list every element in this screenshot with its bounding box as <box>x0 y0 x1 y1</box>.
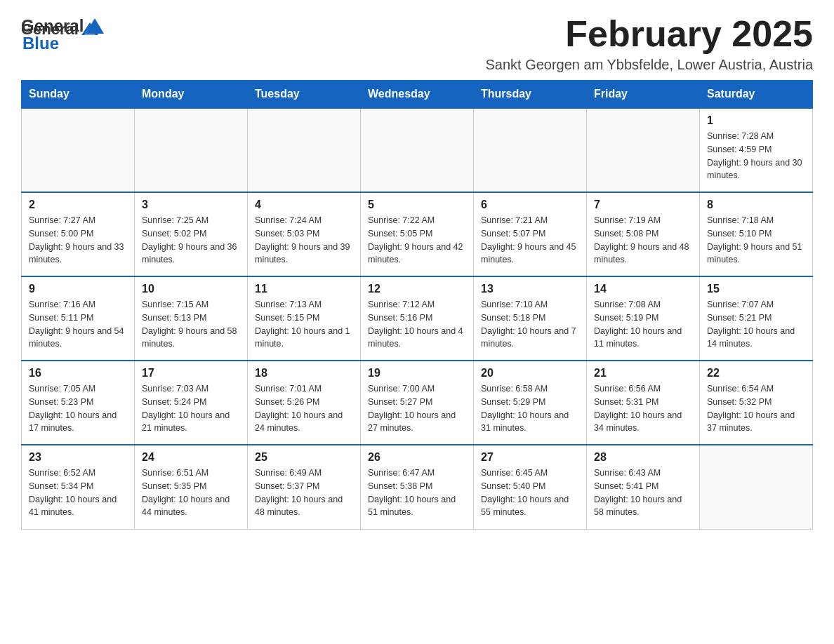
day-number: 13 <box>481 283 579 295</box>
logo-triangle-icon <box>84 17 105 35</box>
day-info: Sunrise: 7:21 AM Sunset: 5:07 PM Dayligh… <box>481 214 579 267</box>
day-info: Sunrise: 7:00 AM Sunset: 5:27 PM Dayligh… <box>368 382 466 435</box>
calendar-cell: 1Sunrise: 7:28 AM Sunset: 4:59 PM Daylig… <box>700 108 813 192</box>
day-number: 2 <box>29 199 127 211</box>
day-info: Sunrise: 6:51 AM Sunset: 5:35 PM Dayligh… <box>142 467 240 519</box>
day-number: 24 <box>142 451 240 464</box>
day-number: 14 <box>594 283 692 295</box>
day-info: Sunrise: 7:19 AM Sunset: 5:08 PM Dayligh… <box>594 214 692 267</box>
calendar-cell: 13Sunrise: 7:10 AM Sunset: 5:18 PM Dayli… <box>474 276 587 361</box>
calendar-cell: 6Sunrise: 7:21 AM Sunset: 5:07 PM Daylig… <box>474 192 587 276</box>
day-info: Sunrise: 6:45 AM Sunset: 5:40 PM Dayligh… <box>481 467 579 519</box>
day-number: 3 <box>142 199 240 211</box>
svg-marker-2 <box>86 18 104 34</box>
calendar-cell <box>700 445 813 529</box>
day-number: 21 <box>594 367 692 380</box>
day-info: Sunrise: 6:47 AM Sunset: 5:38 PM Dayligh… <box>368 467 466 519</box>
day-info: Sunrise: 6:56 AM Sunset: 5:31 PM Dayligh… <box>594 382 692 435</box>
day-number: 5 <box>368 199 466 211</box>
day-number: 27 <box>481 451 579 464</box>
calendar-header-row: SundayMondayTuesdayWednesdayThursdayFrid… <box>22 81 813 109</box>
calendar-header-friday: Friday <box>587 81 700 109</box>
calendar-header-sunday: Sunday <box>22 81 135 109</box>
day-info: Sunrise: 7:13 AM Sunset: 5:15 PM Dayligh… <box>255 298 353 351</box>
day-info: Sunrise: 6:43 AM Sunset: 5:41 PM Dayligh… <box>594 467 692 519</box>
calendar-cell: 12Sunrise: 7:12 AM Sunset: 5:16 PM Dayli… <box>361 276 474 361</box>
calendar-cell: 21Sunrise: 6:56 AM Sunset: 5:31 PM Dayli… <box>587 361 700 445</box>
day-info: Sunrise: 7:18 AM Sunset: 5:10 PM Dayligh… <box>707 214 805 267</box>
day-number: 10 <box>142 283 240 295</box>
day-number: 23 <box>29 451 127 464</box>
calendar-week-row-0: 1Sunrise: 7:28 AM Sunset: 4:59 PM Daylig… <box>22 108 813 192</box>
day-info: Sunrise: 7:27 AM Sunset: 5:00 PM Dayligh… <box>29 214 127 267</box>
day-number: 1 <box>707 114 805 127</box>
calendar-cell <box>474 108 587 192</box>
logo-general-text: General <box>21 18 84 34</box>
day-info: Sunrise: 7:22 AM Sunset: 5:05 PM Dayligh… <box>368 214 466 267</box>
calendar-cell: 23Sunrise: 6:52 AM Sunset: 5:34 PM Dayli… <box>22 445 135 529</box>
calendar-week-row-3: 16Sunrise: 7:05 AM Sunset: 5:23 PM Dayli… <box>22 361 813 445</box>
calendar-cell <box>22 108 135 192</box>
calendar-cell: 8Sunrise: 7:18 AM Sunset: 5:10 PM Daylig… <box>700 192 813 276</box>
day-info: Sunrise: 7:08 AM Sunset: 5:19 PM Dayligh… <box>594 298 692 351</box>
day-info: Sunrise: 7:16 AM Sunset: 5:11 PM Dayligh… <box>29 298 127 351</box>
day-info: Sunrise: 7:25 AM Sunset: 5:02 PM Dayligh… <box>142 214 240 267</box>
calendar-header-tuesday: Tuesday <box>248 81 361 109</box>
day-number: 17 <box>142 367 240 380</box>
day-number: 11 <box>255 283 353 295</box>
calendar-cell: 10Sunrise: 7:15 AM Sunset: 5:13 PM Dayli… <box>135 276 248 361</box>
day-number: 15 <box>707 283 805 295</box>
calendar-cell: 18Sunrise: 7:01 AM Sunset: 5:26 PM Dayli… <box>248 361 361 445</box>
location-subtitle: Sankt Georgen am Ybbsfelde, Lower Austri… <box>485 57 813 73</box>
day-number: 4 <box>255 199 353 211</box>
day-number: 20 <box>481 367 579 380</box>
calendar-cell: 27Sunrise: 6:45 AM Sunset: 5:40 PM Dayli… <box>474 445 587 529</box>
calendar-cell <box>135 108 248 192</box>
day-info: Sunrise: 6:52 AM Sunset: 5:34 PM Dayligh… <box>29 467 127 519</box>
day-info: Sunrise: 7:07 AM Sunset: 5:21 PM Dayligh… <box>707 298 805 351</box>
day-info: Sunrise: 7:28 AM Sunset: 4:59 PM Dayligh… <box>707 130 805 182</box>
day-number: 22 <box>707 367 805 380</box>
calendar-table: SundayMondayTuesdayWednesdayThursdayFrid… <box>21 80 813 530</box>
calendar-header-saturday: Saturday <box>700 81 813 109</box>
day-info: Sunrise: 7:15 AM Sunset: 5:13 PM Dayligh… <box>142 298 240 351</box>
calendar-cell: 2Sunrise: 7:27 AM Sunset: 5:00 PM Daylig… <box>22 192 135 276</box>
day-info: Sunrise: 7:05 AM Sunset: 5:23 PM Dayligh… <box>29 382 127 435</box>
calendar-cell: 26Sunrise: 6:47 AM Sunset: 5:38 PM Dayli… <box>361 445 474 529</box>
day-number: 26 <box>368 451 466 464</box>
calendar-cell: 11Sunrise: 7:13 AM Sunset: 5:15 PM Dayli… <box>248 276 361 361</box>
day-number: 16 <box>29 367 127 380</box>
calendar-cell: 15Sunrise: 7:07 AM Sunset: 5:21 PM Dayli… <box>700 276 813 361</box>
day-number: 9 <box>29 283 127 295</box>
day-info: Sunrise: 7:03 AM Sunset: 5:24 PM Dayligh… <box>142 382 240 435</box>
day-info: Sunrise: 6:49 AM Sunset: 5:37 PM Dayligh… <box>255 467 353 519</box>
calendar-week-row-4: 23Sunrise: 6:52 AM Sunset: 5:34 PM Dayli… <box>22 445 813 529</box>
calendar-cell: 3Sunrise: 7:25 AM Sunset: 5:02 PM Daylig… <box>135 192 248 276</box>
day-number: 12 <box>368 283 466 295</box>
calendar-cell: 24Sunrise: 6:51 AM Sunset: 5:35 PM Dayli… <box>135 445 248 529</box>
day-number: 28 <box>594 451 692 464</box>
day-number: 7 <box>594 199 692 211</box>
calendar-cell: 17Sunrise: 7:03 AM Sunset: 5:24 PM Dayli… <box>135 361 248 445</box>
calendar-week-row-1: 2Sunrise: 7:27 AM Sunset: 5:00 PM Daylig… <box>22 192 813 276</box>
day-info: Sunrise: 6:58 AM Sunset: 5:29 PM Dayligh… <box>481 382 579 435</box>
calendar-cell <box>248 108 361 192</box>
calendar-header-thursday: Thursday <box>474 81 587 109</box>
calendar-cell: 22Sunrise: 6:54 AM Sunset: 5:32 PM Dayli… <box>700 361 813 445</box>
month-title: February 2025 <box>485 14 813 54</box>
day-number: 25 <box>255 451 353 464</box>
calendar-cell <box>587 108 700 192</box>
page-header: General February 2025 Sankt Georgen am Y… <box>21 14 813 73</box>
day-number: 19 <box>368 367 466 380</box>
logo-blue-text: Blue <box>22 35 59 52</box>
day-number: 6 <box>481 199 579 211</box>
calendar-cell: 7Sunrise: 7:19 AM Sunset: 5:08 PM Daylig… <box>587 192 700 276</box>
day-info: Sunrise: 7:10 AM Sunset: 5:18 PM Dayligh… <box>481 298 579 351</box>
calendar-cell: 9Sunrise: 7:16 AM Sunset: 5:11 PM Daylig… <box>22 276 135 361</box>
calendar-cell <box>361 108 474 192</box>
calendar-cell: 5Sunrise: 7:22 AM Sunset: 5:05 PM Daylig… <box>361 192 474 276</box>
calendar-week-row-2: 9Sunrise: 7:16 AM Sunset: 5:11 PM Daylig… <box>22 276 813 361</box>
calendar-cell: 16Sunrise: 7:05 AM Sunset: 5:23 PM Dayli… <box>22 361 135 445</box>
day-number: 8 <box>707 199 805 211</box>
day-number: 18 <box>255 367 353 380</box>
